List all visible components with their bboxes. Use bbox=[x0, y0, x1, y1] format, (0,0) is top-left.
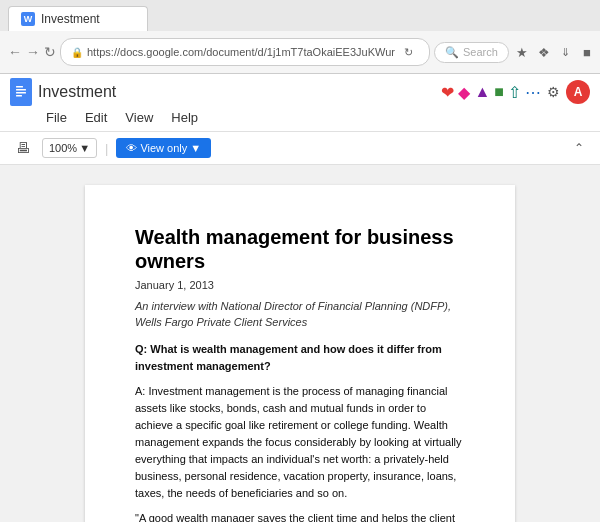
search-bar[interactable]: 🔍 Search bbox=[434, 42, 509, 63]
view-only-arrow-icon: ▼ bbox=[190, 142, 201, 154]
docs-document-title[interactable]: Investment bbox=[38, 83, 116, 101]
collapse-toolbar-button[interactable]: ⌃ bbox=[568, 137, 590, 159]
zoom-control[interactable]: 100% ▼ bbox=[42, 138, 97, 158]
svg-rect-1 bbox=[16, 86, 23, 88]
menu-item-help[interactable]: Help bbox=[163, 108, 206, 127]
heart-icon[interactable]: ❤ bbox=[441, 83, 454, 102]
browser-tab[interactable]: W Investment bbox=[8, 6, 148, 31]
more-icon[interactable]: ⋯ bbox=[525, 83, 541, 102]
extension-icon1[interactable]: ■ bbox=[578, 42, 597, 62]
docs-logo bbox=[10, 78, 32, 106]
docs-menu-row: File Edit View Help bbox=[38, 108, 590, 127]
user-avatar[interactable]: A bbox=[566, 80, 590, 104]
question-1: Q: What is wealth management and how doe… bbox=[135, 343, 442, 372]
paragraph-quote: "A good wealth manager saves the client … bbox=[135, 510, 465, 522]
reload-in-address-icon[interactable]: ↻ bbox=[399, 42, 419, 62]
refresh-button[interactable]: ↻ bbox=[44, 41, 56, 63]
address-bar[interactable]: 🔒 https://docs.google.com/document/d/1j1… bbox=[60, 38, 430, 66]
view-only-button[interactable]: 👁 View only ▼ bbox=[116, 138, 211, 158]
search-icon: 🔍 bbox=[445, 46, 459, 59]
docs-action-icons: ❤ ◆ ▲ ■ ⇧ ⋯ ⚙ A bbox=[441, 80, 590, 104]
document-page: Wealth management for business owners Ja… bbox=[85, 185, 515, 522]
browser-chrome: W Investment ← → ↻ 🔒 https://docs.google… bbox=[0, 0, 600, 74]
share-icon[interactable]: ⇧ bbox=[508, 83, 521, 102]
document-date: January 1, 2013 bbox=[135, 277, 465, 294]
svg-rect-3 bbox=[16, 92, 26, 94]
document-area: Wealth management for business owners Ja… bbox=[0, 165, 600, 522]
eye-icon: 👁 bbox=[126, 142, 137, 154]
address-bar-row: ← → ↻ 🔒 https://docs.google.com/document… bbox=[0, 31, 600, 73]
star-icon[interactable]: ◆ bbox=[458, 83, 470, 102]
grid-icon[interactable]: ■ bbox=[494, 83, 504, 101]
ssl-icon: 🔒 bbox=[71, 47, 83, 58]
document-subtitle: An interview with National Director of F… bbox=[135, 298, 465, 331]
download-icon[interactable]: ⇓ bbox=[556, 42, 575, 62]
tab-bar: W Investment bbox=[0, 0, 600, 31]
document-title: Wealth management for business owners bbox=[135, 225, 465, 273]
paragraph-a1: A: Investment management is the process … bbox=[135, 383, 465, 502]
document-body: Q: What is wealth management and how doe… bbox=[135, 341, 465, 523]
view-only-label: View only bbox=[140, 142, 187, 154]
bookmark-icon[interactable]: ★ bbox=[513, 42, 532, 62]
menu-item-view[interactable]: View bbox=[117, 108, 161, 127]
address-text: https://docs.google.com/document/d/1j1mT… bbox=[87, 46, 395, 58]
zoom-value: 100% bbox=[49, 142, 77, 154]
tab-title: Investment bbox=[41, 12, 100, 26]
cloud-icon[interactable]: ▲ bbox=[474, 83, 490, 101]
settings-icon[interactable]: ⚙ bbox=[547, 84, 560, 100]
paragraph-q1: Q: What is wealth management and how doe… bbox=[135, 341, 465, 375]
reading-list-icon[interactable]: ❖ bbox=[534, 42, 553, 62]
search-placeholder: Search bbox=[463, 46, 498, 58]
docs-title-row: Investment ❤ ◆ ▲ ■ ⇧ ⋯ ⚙ A bbox=[10, 78, 590, 106]
back-button[interactable]: ← bbox=[8, 41, 22, 63]
docs-header: Investment ❤ ◆ ▲ ■ ⇧ ⋯ ⚙ A File Edit Vie… bbox=[0, 74, 600, 132]
zoom-arrow-icon: ▼ bbox=[79, 142, 90, 154]
svg-rect-4 bbox=[16, 95, 22, 97]
print-button[interactable]: 🖶 bbox=[10, 135, 36, 161]
tab-favicon: W bbox=[21, 12, 35, 26]
forward-button[interactable]: → bbox=[26, 41, 40, 63]
menu-item-file[interactable]: File bbox=[38, 108, 75, 127]
browser-toolbar-icons: ★ ❖ ⇓ ■ ◆ ◇ ● SIGN IN ≡ bbox=[513, 35, 600, 69]
menu-item-edit[interactable]: Edit bbox=[77, 108, 115, 127]
docs-toolbar: 🖶 100% ▼ | 👁 View only ▼ ⌃ bbox=[0, 132, 600, 165]
svg-rect-2 bbox=[16, 89, 26, 91]
